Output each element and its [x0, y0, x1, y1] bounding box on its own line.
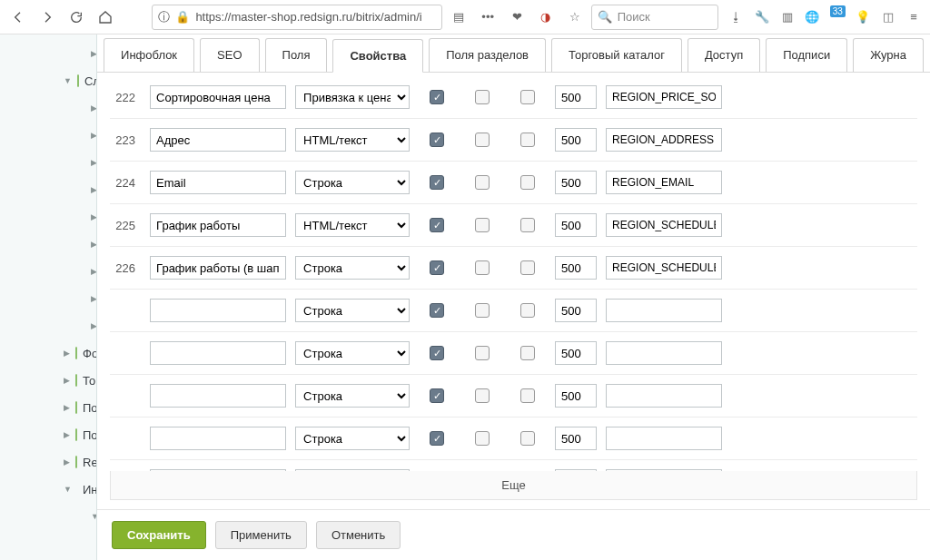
checkbox[interactable] [475, 133, 490, 147]
checkbox[interactable] [430, 218, 444, 232]
tree-item[interactable]: ▶Регионы [0, 203, 96, 231]
tree-item[interactable]: ▶Помощь [0, 394, 96, 421]
tab-1[interactable]: SEO [200, 38, 259, 72]
menu-icon[interactable]: ≡ [903, 6, 925, 28]
type-select[interactable]: Привязка к ценамHTML/текстСтрока [295, 384, 410, 408]
checkbox[interactable] [430, 303, 444, 318]
checkbox[interactable] [475, 218, 490, 232]
more-icon[interactable]: ••• [475, 5, 500, 30]
checkbox[interactable] [475, 431, 490, 446]
reader-icon[interactable]: ▤ [446, 5, 471, 30]
tree-item[interactable]: ▼Инфоблоки [0, 476, 96, 503]
tab-6[interactable]: Доступ [688, 38, 760, 72]
back-button[interactable] [5, 5, 31, 30]
code-input[interactable] [606, 384, 722, 408]
tree-item[interactable]: ▶Цитаты [0, 258, 96, 285]
cancel-button[interactable]: Отменить [316, 521, 401, 549]
checkbox[interactable] [475, 175, 490, 190]
name-input[interactable] [150, 171, 286, 194]
tab-7[interactable]: Подписи [766, 38, 847, 72]
checkbox[interactable] [475, 388, 490, 403]
tab-0[interactable]: Инфоблок [104, 38, 194, 72]
tree-item[interactable]: ▶Формы [0, 339, 96, 367]
name-input[interactable] [150, 256, 286, 280]
sort-input[interactable] [555, 299, 597, 322]
checkbox[interactable] [520, 133, 535, 147]
type-select[interactable]: Привязка к ценамHTML/текстСтрока [295, 341, 410, 365]
checkbox[interactable] [430, 388, 444, 403]
checkbox[interactable] [475, 90, 490, 104]
tree-item[interactable]: ▶Элементы нумерова [0, 285, 96, 312]
tree-item[interactable]: ▼Служебные [0, 67, 96, 94]
type-select[interactable]: Привязка к ценамHTML/текстСтрока [295, 171, 410, 194]
checkbox[interactable] [520, 175, 535, 190]
sync-icon[interactable]: 🌐 [801, 6, 823, 28]
name-input[interactable] [150, 128, 286, 152]
checkbox[interactable] [430, 260, 444, 275]
tree-item[interactable]: ▶Торговые предложения [0, 367, 96, 394]
sort-input[interactable] [555, 85, 597, 109]
name-input[interactable] [150, 299, 286, 322]
tree-item[interactable]: ▶Полезная информация [0, 421, 96, 448]
tab-8[interactable]: Журна [853, 38, 924, 72]
save-button[interactable]: Сохранить [112, 521, 206, 549]
name-input[interactable] [150, 213, 286, 237]
checkbox[interactable] [475, 260, 490, 275]
tree-item[interactable]: ▶Юридические докум [0, 312, 96, 339]
sort-input[interactable] [555, 341, 597, 365]
tab-2[interactable]: Поля [265, 38, 328, 72]
tree-item[interactable]: ▶Redsign LightBasket [0, 448, 96, 476]
sort-input[interactable] [555, 171, 597, 194]
tab-4[interactable]: Поля разделов [429, 38, 546, 72]
type-select[interactable]: Привязка к ценамHTML/текстСтрока [295, 128, 410, 152]
sort-input[interactable] [555, 128, 597, 152]
search-bar[interactable]: 🔍 Поиск [591, 5, 718, 30]
tree-item[interactable]: ▶Главные баннеры [0, 40, 96, 67]
sidebar-icon[interactable]: ◫ [877, 6, 899, 28]
name-input[interactable] [150, 384, 286, 408]
name-input[interactable] [150, 85, 286, 109]
type-select[interactable]: Привязка к ценамHTML/текстСтрока [295, 85, 410, 109]
library-icon[interactable]: ▥ [777, 6, 798, 28]
checkbox[interactable] [475, 303, 490, 318]
code-input[interactable] [606, 213, 722, 237]
code-input[interactable] [606, 341, 722, 365]
tree-item[interactable]: ▶Фотогалерея [0, 231, 96, 258]
code-input[interactable] [606, 299, 722, 322]
type-select[interactable]: Привязка к ценамHTML/текстСтрока [295, 299, 410, 322]
code-input[interactable] [606, 85, 722, 109]
forward-button[interactable] [35, 5, 60, 30]
tree-item[interactable]: ▶Полезная информац [0, 176, 96, 203]
tab-5[interactable]: Торговый каталог [551, 38, 682, 72]
more-button[interactable]: Еще [110, 471, 917, 500]
url-bar[interactable]: ⓘ 🔒 https://master-shop.redsign.ru/bitri… [152, 5, 442, 30]
apply-button[interactable]: Применить [215, 521, 307, 549]
checkbox[interactable] [475, 346, 490, 360]
tree-item[interactable]: CSV [0, 530, 97, 557]
tip-icon[interactable]: 💡 [852, 6, 874, 28]
name-input[interactable] [150, 427, 286, 450]
home-button[interactable] [93, 5, 118, 30]
tree-item[interactable]: ▼Экспорт [0, 503, 96, 530]
checkbox[interactable] [430, 431, 444, 446]
pocket-icon[interactable]: ❤ [504, 5, 529, 30]
devtools-icon[interactable]: 🔧 [751, 6, 773, 28]
checkbox[interactable] [430, 133, 444, 147]
checkbox[interactable] [520, 218, 535, 232]
checkbox[interactable] [520, 303, 535, 318]
code-input[interactable] [606, 128, 722, 152]
ublock-icon[interactable]: ◑ [533, 5, 559, 30]
tree-item[interactable]: ▶Лендинги [0, 122, 96, 149]
reload-button[interactable] [64, 5, 89, 30]
type-select[interactable]: Привязка к ценамHTML/текстСтрока [295, 256, 410, 280]
downloads-icon[interactable]: ⭳ [726, 6, 747, 28]
sort-input[interactable] [555, 427, 597, 450]
bookmark-icon[interactable]: ☆ [562, 5, 588, 30]
sort-input[interactable] [555, 213, 597, 237]
type-select[interactable]: Привязка к ценамHTML/текстСтрока [295, 427, 410, 450]
checkbox[interactable] [430, 175, 444, 190]
checkbox[interactable] [520, 388, 535, 403]
checkbox[interactable] [520, 431, 535, 446]
checkbox[interactable] [520, 260, 535, 275]
sort-input[interactable] [555, 256, 597, 280]
